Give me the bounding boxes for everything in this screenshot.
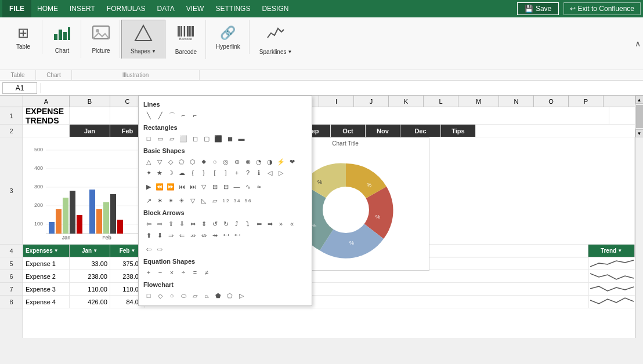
cell-A1[interactable]: EXPENSE TRENDS	[23, 107, 70, 124]
block-arrow-stripes2[interactable]: ➡	[265, 219, 275, 229]
shape-line-curved1[interactable]: ⌒	[167, 110, 177, 121]
scrollbar-down-button[interactable]: ▼	[635, 129, 644, 137]
shape-lightning[interactable]: ⚡	[276, 156, 286, 167]
cell-M2[interactable]: Dec	[400, 125, 441, 137]
menu-insert[interactable]: INSERT	[64, 0, 101, 17]
shape-cloud[interactable]: ☁	[176, 168, 187, 178]
hyperlink-button[interactable]: 🔗 Hyperlink	[212, 21, 244, 53]
cell-N2[interactable]: Tips	[441, 125, 476, 137]
col-header-A[interactable]: A	[23, 96, 70, 107]
flow-oval[interactable]: ○	[167, 290, 177, 301]
shape-skull[interactable]: ▽	[187, 195, 198, 206]
block-arrow-5[interactable]: ⇐	[176, 230, 187, 241]
cell-A6[interactable]: Expense 2	[23, 270, 70, 282]
header-jan[interactable]: Jan ▼	[70, 245, 110, 257]
flow-trapezoid[interactable]: ⏢	[201, 290, 212, 301]
ribbon-collapse-button[interactable]: ∧	[633, 37, 643, 50]
cell-B7[interactable]: 110.00	[70, 283, 110, 295]
menu-view[interactable]: VIEW	[180, 0, 210, 17]
row-header-3[interactable]: 3	[0, 137, 23, 245]
shape-media2[interactable]: ⏭	[187, 181, 198, 192]
shape-ff[interactable]: ⏩	[165, 181, 176, 192]
shape-play[interactable]: ▶	[143, 181, 154, 192]
eq-equal[interactable]: =	[190, 267, 200, 278]
col-header-N[interactable]: N	[499, 96, 534, 107]
flow-pentagon[interactable]: ⬠	[225, 290, 235, 301]
row-header-1[interactable]: 1	[0, 107, 23, 125]
header-trend[interactable]: Trend ▼	[588, 245, 635, 257]
block-arrow-down[interactable]: ⇩	[176, 219, 187, 229]
shape-moon[interactable]: ☽	[165, 168, 176, 178]
menu-home[interactable]: HOME	[31, 0, 64, 17]
menu-formulas[interactable]: FORMULAS	[101, 0, 151, 17]
shape-sun[interactable]: ☀	[176, 195, 187, 206]
row-header-8[interactable]: 8	[0, 296, 23, 308]
shape-circle-ring[interactable]: ⊕	[232, 156, 242, 167]
header-expenses[interactable]: Expenses ▼	[23, 245, 70, 257]
shape-brace-l[interactable]: {	[187, 168, 198, 178]
file-menu-button[interactable]: FILE	[2, 0, 31, 17]
eq-notequal[interactable]: ≠	[201, 267, 212, 278]
block-arrow-ud[interactable]: ⇕	[198, 219, 209, 229]
shape-circle[interactable]: ○	[209, 156, 220, 167]
cell-B6[interactable]: 238.00	[70, 270, 110, 282]
barcode-button[interactable]: Barcode Barcode	[171, 21, 201, 58]
shape-line-diagonal[interactable]: ╲	[143, 110, 154, 121]
block-arrow-up[interactable]: ⇧	[165, 219, 176, 229]
shape-rect-9[interactable]: ▬	[236, 133, 247, 144]
menu-settings[interactable]: SETTINGS	[209, 0, 256, 17]
shape-cross[interactable]: ⊗	[243, 156, 253, 167]
scrollbar-up-button[interactable]: ▲	[635, 96, 644, 104]
table-button[interactable]: ⊞ Table	[9, 21, 37, 53]
eq-div[interactable]: ÷	[178, 267, 189, 278]
flow-triangle[interactable]: ▷	[236, 290, 247, 301]
block-arrow-9[interactable]: ⬷	[232, 230, 242, 241]
block-arrow-chevron-l[interactable]: «	[287, 219, 297, 229]
block-arrow-11[interactable]: ⇨	[154, 244, 165, 254]
col-header-M[interactable]: M	[458, 96, 499, 107]
col-header-I[interactable]: I	[319, 96, 354, 107]
shape-line-elbow[interactable]: ⌐	[190, 110, 200, 121]
vertical-scrollbar[interactable]: ▲ ▼	[635, 96, 643, 338]
shape-star4[interactable]: ✦	[143, 168, 154, 178]
shape-star5[interactable]: ★	[154, 168, 165, 178]
flow-stadium[interactable]: ⬭	[178, 290, 189, 301]
eq-times[interactable]: ×	[167, 267, 177, 278]
block-arrow-7[interactable]: ⇎	[198, 230, 209, 241]
block-arrow-notched[interactable]: ⬶	[221, 230, 231, 241]
cell-A2[interactable]	[23, 125, 70, 137]
block-arrow-6[interactable]: ⇏	[187, 230, 198, 241]
shape-triangle[interactable]: △	[143, 156, 154, 167]
block-arrow-lr[interactable]: ⇔	[187, 219, 198, 229]
shape-line-h[interactable]: —	[232, 181, 242, 192]
shape-hexagon[interactable]: ⬡	[187, 156, 198, 167]
shape-bracket-r[interactable]: ]	[221, 168, 231, 178]
shape-heart[interactable]: ❤	[287, 156, 297, 167]
shape-bracket-l[interactable]: [	[209, 168, 220, 178]
shape-wave[interactable]: ∿	[243, 181, 253, 192]
block-arrow-right[interactable]: ⇨	[154, 219, 165, 229]
col-header-K[interactable]: K	[389, 96, 424, 107]
block-arrow-bent-r[interactable]: ⤴	[232, 219, 242, 229]
shape-line-curved2[interactable]: ⌐	[178, 110, 189, 121]
shape-rect-7[interactable]: ⬛	[213, 133, 223, 144]
sparklines-button[interactable]: Sparklines ▼	[255, 21, 297, 58]
col-header-P[interactable]: P	[569, 96, 604, 107]
shape-star8[interactable]: ✴	[165, 195, 176, 206]
col-header-L[interactable]: L	[424, 96, 458, 107]
shape-pie[interactable]: ◔	[254, 156, 264, 167]
block-arrow-3[interactable]: ⬇	[154, 230, 165, 241]
cell-reference-input[interactable]	[2, 82, 37, 94]
row-header-6[interactable]: 6	[0, 270, 23, 283]
flow-hexagon[interactable]: ⬟	[213, 290, 223, 301]
shape-rect-2[interactable]: ▭	[155, 133, 165, 144]
shape-half-circle[interactable]: ◑	[265, 156, 275, 167]
shape-grid[interactable]: ⊞	[209, 181, 220, 192]
block-arrow-chevron-r[interactable]: »	[276, 219, 286, 229]
row-header-7[interactable]: 7	[0, 283, 23, 296]
shape-rect-5[interactable]: ◻	[190, 133, 200, 144]
flow-diamond[interactable]: ◇	[155, 290, 165, 301]
row-header-5[interactable]: 5	[0, 257, 23, 270]
chart-button[interactable]: Chart	[48, 21, 76, 57]
save-button[interactable]: 💾 Save	[517, 2, 559, 15]
